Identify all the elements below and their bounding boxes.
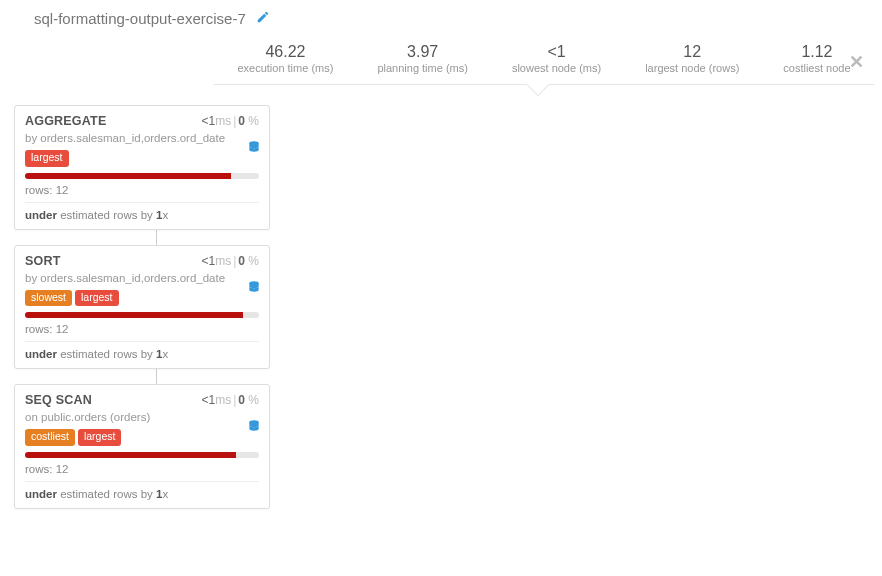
tag-largest: largest [78,429,122,446]
stat-execution-time: 46.22 execution time (ms) [215,43,355,74]
stat-largest-node: 12 largest node (rows) [623,43,761,74]
page-title-row: sql-formatting-output-exercise-7 [34,10,864,27]
tag-largest: largest [75,290,119,307]
stat-label: planning time (ms) [377,62,467,74]
stat-value: 3.97 [377,43,467,61]
stat-value: 1.12 [783,43,850,61]
node-tags: slowestlargest [25,290,259,307]
database-icon[interactable] [247,140,261,157]
estimate-line: under estimated rows by 1x [25,342,259,360]
plan-tree: AGGREGATE<1ms|0 %by orders.salesman_id,o… [0,87,882,509]
rows-bar [25,452,259,458]
node-connector [156,230,157,245]
node-subtext: on public.orders (orders) [25,410,259,425]
stat-value: 46.22 [237,43,333,61]
node-connector [156,369,157,384]
node-metrics: <1ms|0 % [201,254,259,268]
tag-largest: largest [25,150,69,167]
plan-title: sql-formatting-output-exercise-7 [34,10,246,27]
rows-bar [25,173,259,179]
stat-label: slowest node (ms) [512,62,601,74]
estimate-line: under estimated rows by 1x [25,203,259,221]
node-title: SORT [25,254,61,268]
node-tags: costliestlargest [25,429,259,446]
node-metrics: <1ms|0 % [201,114,259,128]
rows-line: rows: 12 [25,463,259,482]
stat-slowest-node: <1 slowest node (ms) [490,43,623,74]
stats-bar: 46.22 execution time (ms) 3.97 planning … [214,37,874,85]
stat-label: largest node (rows) [645,62,739,74]
rows-bar [25,312,259,318]
plan-node[interactable]: SEQ SCAN<1ms|0 %on public.orders (orders… [14,384,270,509]
tag-costliest: costliest [25,429,75,446]
node-title: SEQ SCAN [25,393,92,407]
node-metrics: <1ms|0 % [201,393,259,407]
database-icon[interactable] [247,419,261,436]
database-icon[interactable] [247,280,261,297]
stat-planning-time: 3.97 planning time (ms) [355,43,489,74]
stat-value: 12 [645,43,739,61]
tag-slowest: slowest [25,290,72,307]
node-tags: largest [25,150,259,167]
rows-line: rows: 12 [25,323,259,342]
node-subtext: by orders.salesman_id,orders.ord_date [25,131,259,146]
stat-label: execution time (ms) [237,62,333,74]
close-icon[interactable]: ✕ [849,51,864,73]
estimate-line: under estimated rows by 1x [25,482,259,500]
plan-node[interactable]: AGGREGATE<1ms|0 %by orders.salesman_id,o… [14,105,270,230]
node-title: AGGREGATE [25,114,106,128]
stat-label: costliest node [783,62,850,74]
plan-node[interactable]: SORT<1ms|0 %by orders.salesman_id,orders… [14,245,270,370]
rows-line: rows: 12 [25,184,259,203]
stat-value: <1 [512,43,601,61]
edit-title-icon[interactable] [256,10,270,27]
node-subtext: by orders.salesman_id,orders.ord_date [25,271,259,286]
